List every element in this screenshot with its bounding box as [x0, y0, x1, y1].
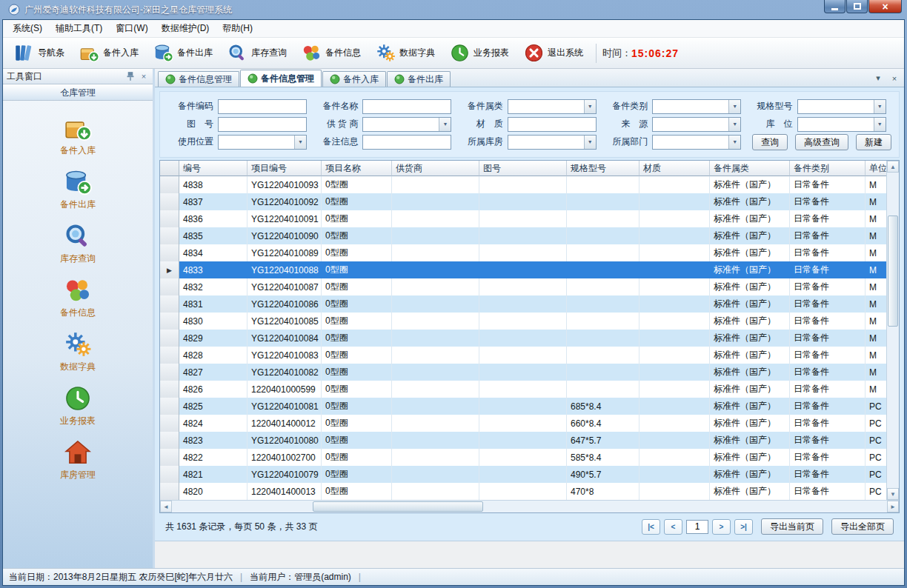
field-input-spec[interactable]: [797, 99, 886, 114]
table-row[interactable]: 4831YG122040100860型圈标准件（国产）日常备件M: [160, 295, 886, 313]
page-number-input[interactable]: [686, 520, 708, 534]
table-row[interactable]: 482612204010005990型圈标准件（国产）日常备件M: [160, 381, 886, 398]
dropdown-arrow-icon[interactable]: ▼: [728, 100, 740, 113]
column-header[interactable]: 备件类别: [790, 161, 866, 176]
vertical-scroll-track[interactable]: [887, 173, 899, 488]
table-row[interactable]: 4832YG122040100870型圈标准件（国产）日常备件M: [160, 278, 886, 295]
column-header[interactable]: 规格型号: [567, 161, 639, 176]
dropdown-arrow-icon[interactable]: ▼: [294, 136, 306, 149]
last-page-button[interactable]: >|: [734, 519, 753, 535]
field-input-remark[interactable]: [362, 135, 451, 150]
column-header[interactable]: 图号: [479, 161, 567, 176]
horizontal-scrollbar[interactable]: ◄ ►: [160, 500, 899, 512]
minimize-button[interactable]: [824, 0, 845, 13]
scroll-down-icon[interactable]: ▼: [887, 488, 899, 500]
pin-icon[interactable]: [125, 71, 136, 81]
maximize-button[interactable]: [846, 0, 868, 13]
export-current-page-button[interactable]: 导出当前页: [761, 518, 823, 535]
tab-close-icon[interactable]: ×: [889, 74, 900, 83]
field-input-drawing-no[interactable]: [218, 117, 307, 132]
close-button[interactable]: ×: [868, 0, 902, 13]
field-input-category[interactable]: [508, 99, 597, 114]
field-input-location[interactable]: [797, 117, 886, 132]
tab-parts-info-mgmt-2[interactable]: 备件信息管理: [240, 70, 322, 87]
table-row[interactable]: 4838YG122040100930型圈标准件（国产）日常备件M: [160, 176, 886, 193]
tab-parts-in[interactable]: 备件入库: [322, 71, 386, 87]
toolbar-parts-out-button[interactable]: 备件出库: [147, 39, 219, 67]
toolbar-navbar-button[interactable]: 导航条: [7, 39, 71, 67]
dropdown-arrow-icon[interactable]: ▼: [728, 136, 740, 149]
menu-item-system[interactable]: 系统(S): [6, 20, 49, 37]
tab-list-dropdown-icon[interactable]: ▾: [873, 73, 883, 83]
column-header[interactable]: 备件属类: [710, 161, 790, 176]
dropdown-arrow-icon[interactable]: ▼: [874, 118, 886, 131]
sidebar-item-parts-info[interactable]: 备件信息: [60, 276, 96, 319]
column-header[interactable]: 项目名称: [322, 161, 392, 176]
column-header[interactable]: 单位: [866, 161, 886, 176]
table-row[interactable]: ▶4833YG122040100880型圈标准件（国产）日常备件M: [160, 261, 886, 278]
table-row[interactable]: 4837YG122040100920型圈标准件（国产）日常备件M: [160, 193, 886, 210]
menu-item-help[interactable]: 帮助(H): [216, 20, 259, 37]
table-row[interactable]: 4823YG122040100800型圈647*5.7标准件（国产）日常备件PC: [160, 432, 886, 449]
field-input-supplier[interactable]: [362, 117, 451, 132]
query-button[interactable]: 查询: [752, 134, 788, 150]
field-input-department[interactable]: [652, 135, 741, 150]
field-input-code[interactable]: [218, 99, 307, 114]
column-header[interactable]: 供货商: [392, 161, 479, 176]
field-input-type[interactable]: [652, 99, 741, 114]
sidebar-item-report[interactable]: 业务报表: [60, 384, 96, 427]
scroll-up-icon[interactable]: ▲: [887, 161, 899, 173]
field-input-material[interactable]: [508, 117, 597, 132]
export-all-pages-button[interactable]: 导出全部页: [831, 518, 894, 535]
table-row[interactable]: 4828YG122040100830型圈标准件（国产）日常备件M: [160, 347, 886, 364]
horizontal-scrollbar-thumb[interactable]: [313, 501, 483, 512]
horizontal-scroll-track[interactable]: [172, 501, 887, 512]
scroll-right-icon[interactable]: ►: [887, 501, 899, 512]
table-row[interactable]: 482212204010027000型圈585*8.4标准件（国产）日常备件PC: [160, 449, 886, 466]
table-row[interactable]: 4825YG122040100810型圈685*8.4标准件（国产）日常备件PC: [160, 398, 886, 415]
dropdown-arrow-icon[interactable]: ▼: [584, 100, 596, 113]
prev-page-button[interactable]: <: [664, 519, 682, 535]
table-row[interactable]: 4821YG122040100790型圈490*5.7标准件（国产）日常备件PC: [160, 466, 886, 483]
field-input-name[interactable]: [362, 99, 451, 114]
toolbar-report-button[interactable]: 业务报表: [443, 39, 516, 67]
sidebar-item-parts-out[interactable]: 备件出库: [60, 168, 96, 211]
column-header[interactable]: 项目编号: [247, 161, 322, 176]
first-page-button[interactable]: |<: [642, 519, 660, 535]
dropdown-arrow-icon[interactable]: ▼: [584, 136, 596, 149]
toolbar-parts-in-button[interactable]: 备件入库: [73, 39, 145, 67]
field-input-warehouse[interactable]: [508, 135, 597, 150]
new-button[interactable]: 新建: [856, 134, 891, 150]
dropdown-arrow-icon[interactable]: ▼: [728, 118, 740, 131]
toolbar-exit-button[interactable]: 退出系统: [517, 39, 590, 67]
vertical-scrollbar[interactable]: ▲ ▼: [886, 161, 899, 500]
table-row[interactable]: 4835YG122040100900型圈标准件（国产）日常备件M: [160, 227, 886, 244]
sidebar-item-stock-query[interactable]: 库存查询: [60, 222, 96, 265]
column-header[interactable]: 编号: [179, 161, 247, 176]
menu-item-window[interactable]: 窗口(W): [109, 20, 154, 37]
sidebar-item-warehouse[interactable]: 库房管理: [60, 438, 96, 481]
sidebar-item-data-dict[interactable]: 数据字典: [60, 330, 96, 373]
table-row[interactable]: 4836YG122040100910型圈标准件（国产）日常备件M: [160, 210, 886, 227]
field-input-use-position[interactable]: [218, 135, 307, 150]
table-row[interactable]: 482412204014000120型圈660*8.4标准件（国产）日常备件PC: [160, 415, 886, 432]
toolbar-data-dict-button[interactable]: 数据字典: [369, 39, 442, 67]
table-row[interactable]: 4829YG122040100840型圈标准件（国产）日常备件M: [160, 330, 886, 347]
scroll-left-icon[interactable]: ◄: [160, 501, 172, 512]
tab-parts-out[interactable]: 备件出库: [387, 71, 451, 87]
table-row[interactable]: 4827YG122040100820型圈标准件（国产）日常备件M: [160, 364, 886, 381]
vertical-scrollbar-thumb[interactable]: [888, 216, 898, 327]
menu-item-tools[interactable]: 辅助工具(T): [49, 20, 109, 37]
table-row[interactable]: 4830YG122040100850型圈标准件（国产）日常备件M: [160, 313, 886, 330]
column-header[interactable]: 材质: [639, 161, 710, 176]
field-input-source[interactable]: [652, 117, 741, 132]
dropdown-arrow-icon[interactable]: ▼: [439, 118, 451, 131]
menu-item-data[interactable]: 数据维护(D): [155, 20, 216, 37]
dropdown-arrow-icon[interactable]: ▼: [874, 100, 886, 113]
toolbar-parts-info-button[interactable]: 备件信息: [295, 39, 368, 67]
advanced-query-button[interactable]: 高级查询: [795, 134, 848, 150]
table-row[interactable]: 4834YG122040100890型圈标准件（国产）日常备件M: [160, 244, 886, 261]
sidebar-item-parts-in[interactable]: 备件入库: [60, 114, 96, 157]
table-row[interactable]: 482012204014000130型圈470*8标准件（国产）日常备件PC: [160, 483, 886, 500]
tab-parts-info-mgmt-1[interactable]: 备件信息管理: [158, 71, 239, 87]
